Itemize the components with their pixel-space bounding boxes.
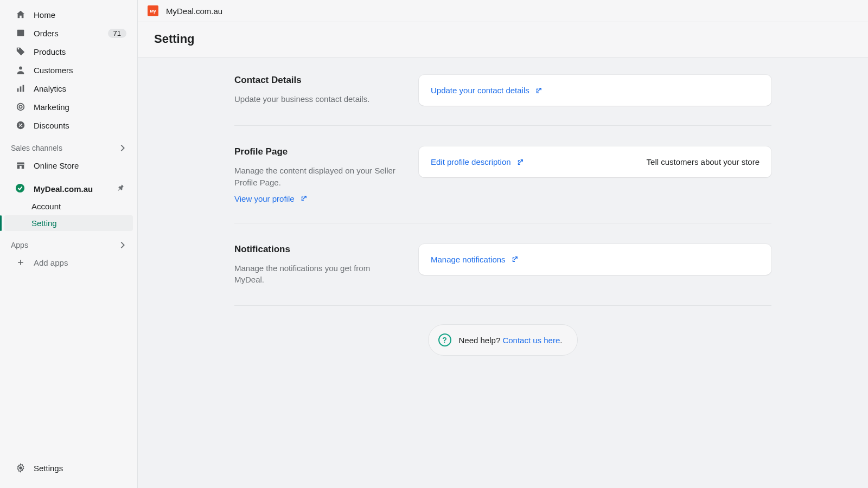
profile-page-card: Edit profile description Tell customers … (419, 146, 771, 177)
svg-rect-0 (17, 31, 24, 36)
nav-label: Account (31, 202, 61, 211)
section-label: Apps (11, 241, 28, 249)
manage-notifications-link[interactable]: Manage notifications (431, 255, 519, 264)
sales-channels-header[interactable]: Sales channels (0, 134, 137, 156)
orders-icon (15, 28, 26, 38)
main-content: My MyDeal.com.au Setting Contact Details… (138, 0, 868, 488)
nav-sub-account[interactable]: Account (4, 198, 133, 214)
help-callout: ? Need help? Contact us here. (428, 324, 578, 356)
target-icon (15, 101, 26, 112)
nav-label: Online Store (34, 161, 126, 170)
nav-label: Home (34, 10, 126, 20)
sidebar: Home Orders 71 Products Customers (0, 0, 138, 488)
page-header: Setting (138, 22, 868, 57)
section-description: Manage the content displayed on your Sel… (234, 165, 397, 189)
svg-point-2 (19, 67, 22, 70)
view-profile-link[interactable]: View your profile (234, 194, 308, 203)
pin-icon[interactable] (117, 184, 126, 194)
nav-item-add-apps[interactable]: Add apps (4, 254, 133, 271)
profile-tagline: Tell customers about your store (647, 157, 760, 166)
nav-label: Discounts (34, 121, 126, 130)
svg-rect-11 (20, 166, 22, 169)
home-icon (15, 9, 26, 20)
notifications-card: Manage notifications (419, 244, 771, 275)
nav-item-products[interactable]: Products (4, 43, 133, 60)
nav-label: Settings (34, 464, 126, 473)
section-profile-page: Profile Page Manage the content displaye… (234, 144, 771, 223)
topbar-app-name: MyDeal.com.au (166, 7, 222, 16)
nav-item-home[interactable]: Home (4, 6, 133, 23)
nav-item-discounts[interactable]: Discounts (4, 117, 133, 134)
svg-point-6 (17, 104, 24, 111)
svg-rect-1 (17, 30, 24, 31)
section-heading: Notifications (234, 244, 397, 255)
mydeal-app-icon (15, 183, 26, 194)
store-icon (15, 160, 26, 171)
contact-us-link[interactable]: Contact us here (502, 336, 560, 345)
nav-label: Orders (34, 29, 100, 38)
chevron-right-icon (118, 143, 127, 153)
discount-icon (15, 120, 26, 131)
section-contact-details: Contact Details Update your business con… (234, 73, 771, 126)
chevron-right-icon (118, 240, 127, 250)
nav-item-orders[interactable]: Orders 71 (4, 24, 133, 42)
page-title: Setting (154, 32, 852, 46)
nav-item-settings[interactable]: Settings (4, 459, 133, 477)
svg-point-10 (21, 126, 22, 127)
section-notifications: Notifications Manage the notifications y… (234, 242, 771, 306)
nav-label: Analytics (34, 84, 126, 93)
external-link-icon (511, 255, 519, 263)
svg-rect-3 (17, 88, 19, 92)
nav-label: Products (34, 47, 126, 56)
link-label: Edit profile description (431, 157, 511, 166)
help-suffix: . (560, 336, 562, 345)
svg-point-7 (19, 105, 22, 108)
tag-icon (15, 46, 26, 57)
app-topbar: My MyDeal.com.au (138, 0, 868, 22)
nav-item-marketing[interactable]: Marketing (4, 98, 133, 115)
nav-item-online-store[interactable]: Online Store (4, 157, 133, 174)
nav-label: Customers (34, 66, 126, 75)
nav-item-customers[interactable]: Customers (4, 61, 133, 79)
svg-rect-5 (23, 85, 24, 92)
section-heading: Contact Details (234, 75, 397, 86)
link-label: Manage notifications (431, 255, 506, 264)
plus-icon (15, 257, 26, 268)
external-link-icon (535, 87, 542, 94)
section-description: Update your business contact details. (234, 93, 397, 105)
section-heading: Profile Page (234, 146, 397, 157)
analytics-icon (15, 83, 26, 94)
help-text: Need help? Contact us here. (459, 336, 563, 345)
edit-profile-description-link[interactable]: Edit profile description (431, 157, 524, 166)
svg-point-9 (19, 124, 20, 125)
contact-details-card: Update your contact details (419, 75, 771, 106)
section-description: Manage the notifications you get from My… (234, 262, 397, 286)
apps-header[interactable]: Apps (0, 232, 137, 253)
svg-point-12 (16, 184, 24, 192)
svg-rect-4 (20, 86, 22, 92)
section-label: Sales channels (11, 144, 62, 152)
help-prompt: Need help? (459, 336, 503, 345)
gear-icon (15, 463, 26, 473)
link-label: View your profile (234, 194, 295, 203)
nav-label: Add apps (34, 258, 126, 267)
person-icon (15, 65, 26, 75)
nav-label: Marketing (34, 102, 126, 112)
update-contact-details-link[interactable]: Update your contact details (431, 86, 542, 95)
mydeal-logo-icon: My (148, 5, 158, 16)
orders-badge: 71 (108, 29, 126, 38)
nav-label: Setting (31, 219, 57, 228)
help-icon: ? (438, 333, 451, 346)
nav-label: MyDeal.com.au (34, 184, 109, 194)
external-link-icon (516, 158, 524, 166)
link-label: Contact us here (502, 336, 560, 345)
nav-item-analytics[interactable]: Analytics (4, 80, 133, 97)
svg-point-13 (19, 466, 22, 469)
nav-sub-setting[interactable]: Setting (4, 215, 133, 231)
link-label: Update your contact details (431, 86, 529, 95)
external-link-icon (300, 195, 308, 202)
nav-item-mydeal-channel[interactable]: MyDeal.com.au (4, 180, 133, 197)
